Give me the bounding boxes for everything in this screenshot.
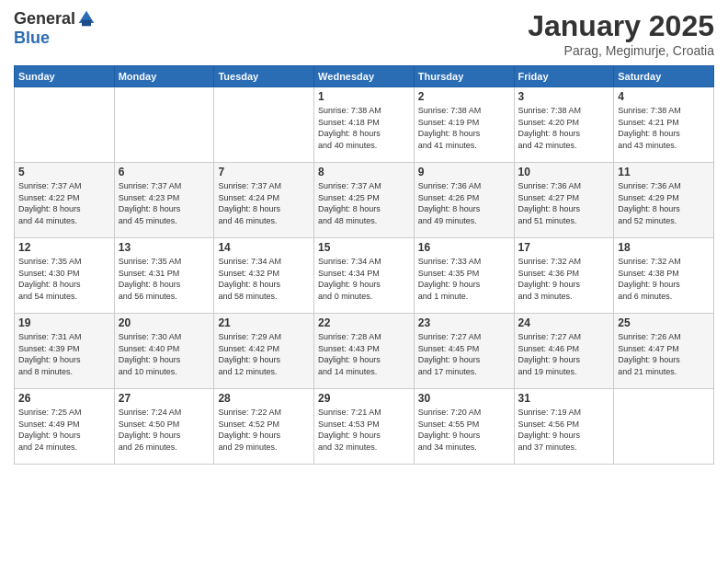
header-tuesday: Tuesday <box>214 66 314 87</box>
day-info: Sunrise: 7:38 AM Sunset: 4:21 PM Dayligh… <box>618 105 710 151</box>
calendar-cell: 27Sunrise: 7:24 AM Sunset: 4:50 PM Dayli… <box>114 389 214 465</box>
day-info: Sunrise: 7:25 AM Sunset: 4:49 PM Dayligh… <box>18 407 110 453</box>
day-number: 10 <box>518 166 610 178</box>
day-number: 30 <box>418 392 510 405</box>
day-info: Sunrise: 7:36 AM Sunset: 4:26 PM Dayligh… <box>418 180 510 226</box>
calendar-cell <box>15 87 115 163</box>
day-info: Sunrise: 7:38 AM Sunset: 4:18 PM Dayligh… <box>318 105 410 151</box>
day-number: 2 <box>418 90 510 103</box>
calendar-cell: 3Sunrise: 7:38 AM Sunset: 4:20 PM Daylig… <box>514 87 614 163</box>
logo-blue: Blue <box>14 29 96 48</box>
calendar-cell <box>614 389 714 465</box>
header: General Blue January 2025 Parag, Megimur… <box>14 9 714 58</box>
day-info: Sunrise: 7:28 AM Sunset: 4:43 PM Dayligh… <box>318 331 410 377</box>
day-number: 4 <box>618 90 710 103</box>
day-number: 13 <box>119 241 210 254</box>
day-info: Sunrise: 7:37 AM Sunset: 4:22 PM Dayligh… <box>18 180 110 226</box>
subtitle: Parag, Megimurje, Croatia <box>528 43 714 58</box>
calendar-cell: 31Sunrise: 7:19 AM Sunset: 4:56 PM Dayli… <box>514 389 614 465</box>
header-monday: Monday <box>114 66 214 87</box>
day-number: 16 <box>418 241 510 254</box>
calendar-cell: 22Sunrise: 7:28 AM Sunset: 4:43 PM Dayli… <box>314 314 415 389</box>
calendar-cell: 30Sunrise: 7:20 AM Sunset: 4:55 PM Dayli… <box>414 389 514 465</box>
calendar-cell: 8Sunrise: 7:37 AM Sunset: 4:25 PM Daylig… <box>314 163 415 238</box>
day-info: Sunrise: 7:35 AM Sunset: 4:30 PM Dayligh… <box>18 256 110 302</box>
day-info: Sunrise: 7:20 AM Sunset: 4:55 PM Dayligh… <box>418 407 510 453</box>
header-friday: Friday <box>514 66 614 87</box>
day-info: Sunrise: 7:32 AM Sunset: 4:38 PM Dayligh… <box>618 256 710 302</box>
day-number: 31 <box>518 392 610 405</box>
day-info: Sunrise: 7:29 AM Sunset: 4:42 PM Dayligh… <box>218 331 310 377</box>
day-info: Sunrise: 7:27 AM Sunset: 4:45 PM Dayligh… <box>418 331 510 377</box>
calendar-cell: 1Sunrise: 7:38 AM Sunset: 4:18 PM Daylig… <box>314 87 415 163</box>
day-number: 21 <box>218 316 310 329</box>
calendar-cell: 19Sunrise: 7:31 AM Sunset: 4:39 PM Dayli… <box>15 314 115 389</box>
day-info: Sunrise: 7:22 AM Sunset: 4:52 PM Dayligh… <box>218 407 310 453</box>
calendar-cell: 7Sunrise: 7:37 AM Sunset: 4:24 PM Daylig… <box>214 163 314 238</box>
day-number: 26 <box>18 392 110 405</box>
week-row-2: 12Sunrise: 7:35 AM Sunset: 4:30 PM Dayli… <box>15 238 714 314</box>
header-saturday: Saturday <box>614 66 714 87</box>
day-number: 14 <box>218 241 310 254</box>
calendar-cell: 29Sunrise: 7:21 AM Sunset: 4:53 PM Dayli… <box>314 389 415 465</box>
day-number: 5 <box>18 166 110 178</box>
day-info: Sunrise: 7:36 AM Sunset: 4:27 PM Dayligh… <box>518 180 610 226</box>
week-row-4: 26Sunrise: 7:25 AM Sunset: 4:49 PM Dayli… <box>15 389 714 465</box>
day-info: Sunrise: 7:38 AM Sunset: 4:19 PM Dayligh… <box>418 105 510 151</box>
day-info: Sunrise: 7:32 AM Sunset: 4:36 PM Dayligh… <box>518 256 610 302</box>
day-number: 18 <box>618 241 710 254</box>
day-number: 12 <box>18 241 110 254</box>
logo-general: General <box>14 10 75 29</box>
calendar-cell: 10Sunrise: 7:36 AM Sunset: 4:27 PM Dayli… <box>514 163 614 238</box>
day-number: 9 <box>418 166 510 178</box>
day-number: 1 <box>318 90 410 103</box>
calendar-cell <box>214 87 314 163</box>
calendar-cell: 14Sunrise: 7:34 AM Sunset: 4:32 PM Dayli… <box>214 238 314 314</box>
day-info: Sunrise: 7:38 AM Sunset: 4:20 PM Dayligh… <box>518 105 610 151</box>
calendar-cell: 4Sunrise: 7:38 AM Sunset: 4:21 PM Daylig… <box>614 87 714 163</box>
day-number: 11 <box>618 166 710 178</box>
calendar-header-row: Sunday Monday Tuesday Wednesday Thursday… <box>15 66 714 87</box>
week-row-0: 1Sunrise: 7:38 AM Sunset: 4:18 PM Daylig… <box>15 87 714 163</box>
calendar-cell: 16Sunrise: 7:33 AM Sunset: 4:35 PM Dayli… <box>414 238 514 314</box>
day-info: Sunrise: 7:21 AM Sunset: 4:53 PM Dayligh… <box>318 407 410 453</box>
week-row-3: 19Sunrise: 7:31 AM Sunset: 4:39 PM Dayli… <box>15 314 714 389</box>
calendar-cell <box>114 87 214 163</box>
day-info: Sunrise: 7:34 AM Sunset: 4:34 PM Dayligh… <box>318 256 410 302</box>
day-info: Sunrise: 7:37 AM Sunset: 4:24 PM Dayligh… <box>218 180 310 226</box>
day-info: Sunrise: 7:30 AM Sunset: 4:40 PM Dayligh… <box>119 331 210 377</box>
logo-text: General Blue <box>14 9 96 48</box>
day-number: 19 <box>18 316 110 329</box>
calendar-cell: 21Sunrise: 7:29 AM Sunset: 4:42 PM Dayli… <box>214 314 314 389</box>
calendar-cell: 2Sunrise: 7:38 AM Sunset: 4:19 PM Daylig… <box>414 87 514 163</box>
day-number: 22 <box>318 316 410 329</box>
calendar: Sunday Monday Tuesday Wednesday Thursday… <box>14 65 714 465</box>
logo-icon <box>77 9 96 28</box>
header-sunday: Sunday <box>15 66 115 87</box>
day-number: 6 <box>119 166 210 178</box>
calendar-cell: 18Sunrise: 7:32 AM Sunset: 4:38 PM Dayli… <box>614 238 714 314</box>
day-info: Sunrise: 7:31 AM Sunset: 4:39 PM Dayligh… <box>18 331 110 377</box>
calendar-cell: 5Sunrise: 7:37 AM Sunset: 4:22 PM Daylig… <box>15 163 115 238</box>
calendar-cell: 9Sunrise: 7:36 AM Sunset: 4:26 PM Daylig… <box>414 163 514 238</box>
day-info: Sunrise: 7:24 AM Sunset: 4:50 PM Dayligh… <box>119 407 210 453</box>
day-info: Sunrise: 7:36 AM Sunset: 4:29 PM Dayligh… <box>618 180 710 226</box>
page: General Blue January 2025 Parag, Megimur… <box>0 0 728 563</box>
day-info: Sunrise: 7:37 AM Sunset: 4:23 PM Dayligh… <box>119 180 210 226</box>
logo: General Blue <box>14 9 96 48</box>
header-thursday: Thursday <box>414 66 514 87</box>
calendar-cell: 20Sunrise: 7:30 AM Sunset: 4:40 PM Dayli… <box>114 314 214 389</box>
calendar-cell: 23Sunrise: 7:27 AM Sunset: 4:45 PM Dayli… <box>414 314 514 389</box>
svg-marker-1 <box>82 20 91 27</box>
calendar-cell: 13Sunrise: 7:35 AM Sunset: 4:31 PM Dayli… <box>114 238 214 314</box>
month-title: January 2025 <box>528 9 714 43</box>
calendar-cell: 24Sunrise: 7:27 AM Sunset: 4:46 PM Dayli… <box>514 314 614 389</box>
day-number: 20 <box>119 316 210 329</box>
week-row-1: 5Sunrise: 7:37 AM Sunset: 4:22 PM Daylig… <box>15 163 714 238</box>
day-number: 7 <box>218 166 310 178</box>
calendar-cell: 25Sunrise: 7:26 AM Sunset: 4:47 PM Dayli… <box>614 314 714 389</box>
title-block: January 2025 Parag, Megimurje, Croatia <box>528 9 714 58</box>
header-wednesday: Wednesday <box>314 66 415 87</box>
day-number: 28 <box>218 392 310 405</box>
calendar-cell: 15Sunrise: 7:34 AM Sunset: 4:34 PM Dayli… <box>314 238 415 314</box>
